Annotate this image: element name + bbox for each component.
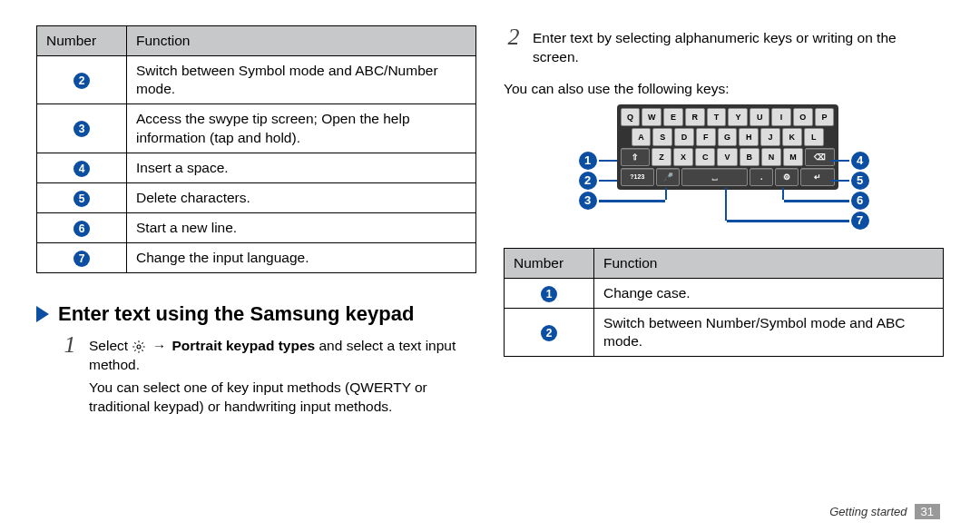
manual-page: Number Function 2Switch between Symbol m… [0, 0, 980, 532]
circled-number-icon: 2 [74, 73, 90, 89]
circled-number-icon: 2 [541, 325, 557, 341]
section-label: Getting started [829, 505, 906, 518]
key: T [707, 108, 727, 126]
leader-line [727, 220, 849, 222]
enter-key-icon: ↵ [800, 168, 835, 186]
key: H [739, 128, 759, 146]
leader-line [784, 200, 849, 202]
key: V [717, 148, 737, 166]
th-number: Number [505, 248, 594, 278]
leader-line [725, 188, 727, 221]
table-row: 2Switch between Number/Symbol mode and A… [505, 309, 944, 357]
key: B [740, 148, 760, 166]
leader-line [599, 200, 665, 202]
key: R [685, 108, 705, 126]
key: S [652, 128, 672, 146]
keyboard-diagram: QWERTYUIOP ASDFGHJKL ⇧ ZXCVBNM ⌫ ?123 🎤 … [579, 104, 869, 241]
circled-number-icon: 1 [541, 286, 557, 302]
settings-key-icon: ⚙ [775, 168, 799, 186]
callout-5: 5 [831, 172, 869, 190]
cell-text: Delete characters. [127, 182, 476, 212]
key: C [695, 148, 715, 166]
key-row: ASDFGHJKL [621, 128, 835, 146]
shift-key-icon: ⇧ [621, 148, 650, 166]
svg-point-0 [137, 345, 141, 349]
table-header-row: Number Function [505, 248, 944, 278]
bold-text: Portrait keypad types [172, 338, 316, 353]
left-column: Number Function 2Switch between Symbol m… [36, 25, 476, 523]
key: Q [621, 108, 641, 126]
table-header-row: Number Function [37, 26, 476, 56]
key: W [642, 108, 662, 126]
cell-text: Switch between Symbol mode and ABC/Numbe… [127, 56, 476, 104]
th-function: Function [127, 26, 476, 56]
key: Y [728, 108, 748, 126]
key-row: ?123 🎤 ⎵ . ⚙ ↵ [621, 168, 835, 186]
table-row: 4Insert a space. [37, 153, 476, 182]
circled-number-icon: 3 [74, 121, 90, 137]
circled-number-icon: 5 [851, 172, 869, 190]
period-key: . [750, 168, 773, 186]
key: E [663, 108, 683, 126]
th-number: Number [37, 26, 127, 56]
text-span: Select [89, 338, 132, 353]
step-subtext: You can select one of key input methods … [89, 379, 476, 417]
th-function: Function [594, 248, 944, 278]
space-key: ⎵ [681, 168, 748, 186]
page-footer: Getting started 31 [829, 504, 940, 519]
key: J [760, 128, 780, 146]
key: D [674, 128, 694, 146]
section-heading: Enter text using the Samsung keypad [58, 302, 414, 326]
cell-text: Access the swype tip screen; Open the he… [127, 104, 476, 153]
circled-number-icon: 2 [579, 172, 597, 190]
step-text: Enter text by selecting alphanumeric key… [533, 29, 944, 67]
cell-text: Insert a space. [127, 153, 476, 182]
circled-number-icon: 6 [74, 221, 90, 237]
step-number: 2 [504, 25, 524, 71]
step-number: 1 [60, 333, 80, 420]
key: I [771, 108, 791, 126]
key: M [783, 148, 803, 166]
key: O [793, 108, 813, 126]
step-1: 1 Select → Portrait keypad types and sel… [60, 333, 476, 420]
callout-1: 1 [579, 152, 617, 170]
function-table-right: Number Function 1Change case. 2Switch be… [504, 248, 944, 358]
table-row: 3Access the swype tip screen; Open the h… [37, 104, 476, 153]
leader-line [665, 188, 667, 200]
right-column: 2 Enter text by selecting alphanumeric k… [504, 25, 944, 523]
key: N [761, 148, 781, 166]
circled-number-icon: 7 [851, 212, 869, 230]
gear-icon [132, 340, 146, 354]
circled-number-icon: 5 [74, 191, 90, 207]
cell-text: Change the input language. [127, 243, 476, 273]
page-number: 31 [915, 504, 940, 519]
symbol-mode-key: ?123 [621, 168, 655, 186]
table-row: 2Switch between Symbol mode and ABC/Numb… [37, 56, 476, 104]
key: X [673, 148, 693, 166]
table-row: 6Start a new line. [37, 212, 476, 242]
key: U [750, 108, 769, 126]
key: L [804, 128, 824, 146]
function-table-left: Number Function 2Switch between Symbol m… [36, 25, 476, 273]
circled-number-icon: 1 [579, 152, 597, 170]
cell-text: Switch between Number/Symbol mode and AB… [594, 309, 944, 357]
circled-number-icon: 6 [851, 192, 869, 210]
mic-key-icon: 🎤 [656, 168, 680, 186]
callout-7: 7 [847, 212, 869, 230]
section-heading-row: Enter text using the Samsung keypad [36, 302, 476, 326]
key: G [718, 128, 738, 146]
circled-number-icon: 7 [74, 251, 90, 267]
cell-text: Start a new line. [127, 212, 476, 242]
key: A [632, 128, 652, 146]
key: K [782, 128, 802, 146]
key: Z [652, 148, 671, 166]
key: P [815, 108, 835, 126]
callout-6: 6 [847, 192, 869, 210]
arrow-right-icon: → [152, 338, 167, 353]
callout-4: 4 [831, 152, 869, 170]
step-text: Select → Portrait keypad types and selec… [89, 337, 476, 375]
circled-number-icon: 4 [74, 161, 90, 177]
table-row: 5Delete characters. [37, 182, 476, 212]
key-row: QWERTYUIOP [621, 108, 835, 126]
callout-2: 2 [579, 172, 617, 190]
